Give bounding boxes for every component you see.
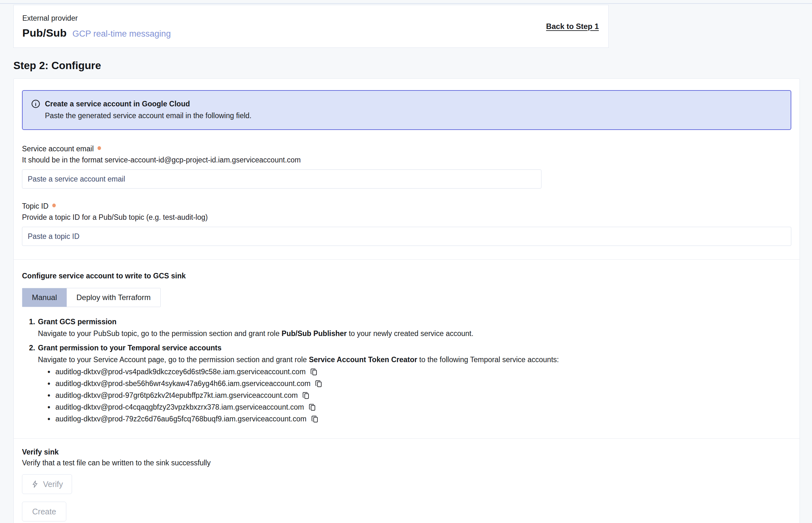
info-banner: Create a service account in Google Cloud…	[22, 90, 791, 130]
step-title: Grant GCS permission	[38, 316, 791, 328]
service-account-email-field: Service account email It should be in th…	[22, 144, 791, 188]
create-button-row: Create	[22, 494, 791, 521]
info-banner-body: Paste the generated service account emai…	[45, 111, 782, 121]
info-banner-title-row: Create a service account in Google Cloud	[31, 99, 782, 109]
provider-tagline: GCP real-time messaging	[72, 29, 171, 39]
top-divider	[0, 3, 812, 4]
provider-name: Pub/Sub	[22, 27, 67, 39]
step-body: Navigate to your PubSub topic, go to the…	[38, 328, 791, 340]
configure-sink-heading: Configure service account to write to GC…	[22, 271, 791, 281]
topic-id-help: Provide a topic ID for a Pub/Sub topic (…	[22, 213, 791, 222]
copy-icon[interactable]	[308, 403, 316, 412]
step-grant-gcs-permission: Grant GCS permission Navigate to your Pu…	[29, 316, 791, 340]
verify-sink-section: Verify sink Verify that a test file can …	[22, 447, 791, 494]
create-button[interactable]: Create	[22, 502, 66, 521]
topic-id-label: Topic ID	[22, 201, 49, 211]
required-dot-icon	[98, 146, 101, 150]
info-banner-title: Create a service account in Google Cloud	[45, 100, 190, 108]
service-account-email-text: auditlog-dktxv@prod-c4cqaqgbfzy23vpzkbxz…	[55, 401, 304, 413]
temporal-service-account-list: auditlog-dktxv@prod-vs4padk9dkczcey6d6st…	[48, 366, 791, 425]
instruction-steps: Grant GCS permission Navigate to your Pu…	[29, 316, 791, 425]
service-account-email-label-row: Service account email	[22, 144, 791, 154]
service-account-item: auditlog-dktxv@prod-sbe56h6wr4sykaw47a6y…	[48, 378, 791, 390]
configure-sink-section: Configure service account to write to GC…	[22, 271, 791, 425]
configure-form-card: Create a service account in Google Cloud…	[13, 78, 800, 523]
copy-icon[interactable]	[315, 380, 323, 388]
service-account-email-label: Service account email	[22, 144, 94, 154]
info-icon	[31, 99, 40, 109]
provider-eyebrow: External provider	[22, 13, 599, 23]
service-account-item: auditlog-dktxv@prod-79z2c6d76au6g5fcq768…	[48, 413, 791, 425]
tab-manual[interactable]: Manual	[22, 288, 67, 307]
back-to-step-1-link[interactable]: Back to Step 1	[546, 22, 599, 31]
service-account-email-help: It should be in the format service-accou…	[22, 155, 791, 165]
copy-icon[interactable]	[302, 392, 310, 400]
verify-button[interactable]: Verify	[22, 474, 72, 494]
copy-icon[interactable]	[311, 415, 319, 423]
verify-sink-description: Verify that a test file can be written t…	[22, 458, 791, 468]
section-divider	[14, 259, 799, 259]
verify-button-label: Verify	[43, 480, 63, 489]
topic-id-field: Topic ID Provide a topic ID for a Pub/Su…	[22, 201, 791, 246]
provider-title-row: Pub/Sub GCP real-time messaging	[22, 27, 599, 39]
tab-deploy-with-terraform[interactable]: Deploy with Terraform	[67, 288, 160, 307]
service-account-email-input[interactable]	[22, 169, 542, 188]
topic-id-label-row: Topic ID	[22, 201, 791, 211]
provider-card: External provider Pub/Sub GCP real-time …	[13, 5, 609, 48]
required-dot-icon	[52, 203, 56, 208]
step-title: Grant permission to your Temporal servic…	[38, 342, 791, 354]
verify-sink-heading: Verify sink	[22, 447, 791, 457]
service-account-item: auditlog-dktxv@prod-c4cqaqgbfzy23vpzkbxz…	[48, 401, 791, 413]
service-account-email-text: auditlog-dktxv@prod-sbe56h6wr4sykaw47a6y…	[55, 378, 311, 390]
topic-id-input[interactable]	[22, 227, 791, 246]
service-account-item: auditlog-dktxv@prod-vs4padk9dkczcey6d6st…	[48, 366, 791, 378]
service-account-email-text: auditlog-dktxv@prod-79z2c6d76au6g5fcq768…	[55, 413, 306, 425]
page-title: Step 2: Configure	[13, 60, 812, 71]
service-account-email-text: auditlog-dktxv@prod-97gr6tp6zkv2t4epubff…	[55, 390, 298, 401]
copy-icon[interactable]	[310, 368, 318, 376]
service-account-email-text: auditlog-dktxv@prod-vs4padk9dkczcey6d6st…	[55, 366, 306, 378]
config-method-tabs: Manual Deploy with Terraform	[22, 288, 161, 307]
step-grant-temporal-permission: Grant permission to your Temporal servic…	[29, 342, 791, 425]
service-account-item: auditlog-dktxv@prod-97gr6tp6zkv2t4epubff…	[48, 390, 791, 401]
lightning-icon	[31, 480, 39, 488]
step-body: Navigate to your Service Account page, g…	[38, 354, 791, 366]
